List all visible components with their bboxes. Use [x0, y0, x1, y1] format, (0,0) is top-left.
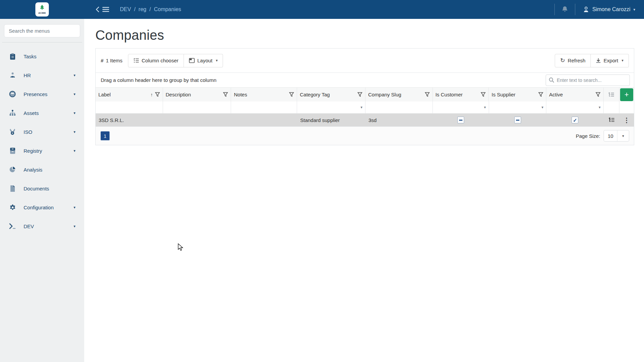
chevron-down-icon: ▾ — [73, 149, 75, 153]
sidebar-item-registry[interactable]: Registry ▾ — [0, 141, 84, 160]
hash-icon: # — [101, 58, 103, 63]
page-title: Companies — [95, 28, 644, 43]
table-row[interactable]: 3SD S.R.L. Standard supplier 3sd ✓ — [96, 114, 634, 126]
indeterminate-mark — [459, 120, 462, 121]
breadcrumb-link-dev[interactable]: DEV — [120, 6, 131, 12]
column-header-is-supplier[interactable]: Is Supplier — [489, 87, 546, 101]
add-row-button[interactable]: + — [620, 88, 633, 101]
filter-icon[interactable] — [223, 92, 228, 97]
sidebar-item-hr[interactable]: HR ▾ — [0, 66, 84, 85]
column-header-description[interactable]: Description — [163, 87, 231, 101]
filter-cell-category-tag[interactable]: ▾ — [297, 101, 365, 114]
column-header-category-tag[interactable]: Category Tag — [297, 87, 365, 101]
sidebar-item-dev[interactable]: DEV ▾ — [0, 217, 84, 236]
refresh-label: Refresh — [568, 58, 586, 63]
filter-icon[interactable] — [289, 92, 294, 97]
filter-icon[interactable] — [357, 92, 362, 97]
sidebar-item-label: Assets — [24, 110, 39, 116]
grid-header-row: Label ↑ Description Notes Category Tag — [96, 87, 634, 101]
chevron-down-icon: ▾ — [73, 92, 75, 96]
cell-category-tag: Standard supplier — [297, 114, 365, 126]
users-icon — [9, 71, 16, 79]
column-header-hierarchy — [604, 87, 619, 101]
layout-label: Layout — [197, 58, 213, 63]
hierarchy-icon[interactable] — [609, 117, 615, 123]
filter-cell-label[interactable] — [96, 101, 163, 114]
column-header-label[interactable]: Label ↑ — [96, 87, 163, 101]
breadcrumb-link-companies[interactable]: Companies — [154, 6, 181, 12]
sidebar-item-label: ISO — [24, 129, 32, 135]
active-checkbox-checked[interactable]: ✓ — [572, 117, 578, 123]
column-header-active[interactable]: Active — [546, 87, 604, 101]
gear-icon — [9, 204, 16, 211]
export-button[interactable]: Export ▾ — [591, 54, 629, 67]
is-customer-checkbox-indeterminate[interactable] — [457, 117, 464, 123]
filter-icon[interactable] — [425, 92, 430, 97]
cell-description — [163, 114, 231, 126]
grid-search-input[interactable] — [546, 74, 630, 86]
cell-is-customer — [433, 114, 489, 126]
logo-text: ACME — [38, 12, 46, 14]
chevron-down-icon: ▾ — [216, 58, 218, 63]
filter-icon[interactable] — [538, 92, 543, 97]
page-1-button[interactable]: 1 — [100, 131, 110, 141]
sidebar-item-label: Configuration — [24, 205, 54, 210]
grid-toolbar: # 1 Items Column chooser Layout ▾ — [96, 49, 634, 72]
main-content: Companies # 1 Items Column chooser Layou… — [84, 19, 644, 362]
archive-icon — [9, 147, 16, 154]
sidebar-item-documents[interactable]: Documents — [0, 179, 84, 198]
filter-cell-empty — [604, 101, 619, 114]
layout-button[interactable]: Layout ▾ — [184, 54, 223, 67]
is-supplier-checkbox-indeterminate[interactable] — [514, 117, 521, 123]
breadcrumb-link-reg[interactable]: reg — [138, 6, 146, 12]
search-icon — [549, 77, 554, 83]
sidebar-item-iso[interactable]: ISO ▾ — [0, 122, 84, 141]
cell-active: ✓ — [546, 114, 604, 126]
filter-cell-description[interactable] — [163, 101, 231, 114]
checklist-icon — [133, 58, 139, 63]
sidebar-item-tasks[interactable]: Tasks — [0, 47, 84, 66]
chevron-down-icon[interactable]: ▾ — [542, 105, 544, 110]
chevron-down-icon[interactable]: ▾ — [360, 105, 362, 110]
notifications-button[interactable] — [555, 0, 575, 19]
grid-pager: 1 Page Size: 10 ▾ — [96, 126, 634, 145]
user-menu[interactable]: Simone Carozzi ▾ — [575, 0, 644, 19]
page-size-select[interactable]: 10 ▾ — [604, 130, 629, 142]
chevron-down-icon: ▾ — [621, 58, 623, 63]
document-icon — [9, 185, 16, 192]
menu-search-input[interactable] — [4, 24, 80, 37]
column-chooser-label: Column chooser — [142, 58, 179, 63]
filter-icon[interactable] — [155, 92, 160, 97]
column-header-notes[interactable]: Notes — [231, 87, 297, 101]
chevron-down-icon[interactable]: ▾ — [599, 105, 601, 110]
sidebar-item-label: DEV — [24, 223, 34, 229]
filter-cell-active[interactable]: ▾ — [546, 101, 604, 114]
filter-cell-company-slug[interactable] — [365, 101, 433, 114]
sidebar-item-label: Documents — [24, 186, 49, 191]
filter-icon[interactable] — [595, 92, 601, 97]
filter-cell-notes[interactable] — [231, 101, 297, 114]
kebab-menu-icon[interactable]: ⋮ — [623, 116, 630, 124]
sidebar-item-analysis[interactable]: Analysis — [0, 160, 84, 179]
chevron-down-icon: ▾ — [73, 111, 75, 115]
column-chooser-button[interactable]: Column chooser — [128, 54, 184, 67]
medal-icon — [9, 128, 16, 135]
sidebar-item-assets[interactable]: Assets ▾ — [0, 103, 84, 122]
sidebar-collapse-toggle[interactable] — [95, 6, 109, 12]
layout-icon — [189, 58, 195, 63]
filter-cell-is-customer[interactable]: ▾ — [433, 101, 489, 114]
refresh-button[interactable]: ↻ Refresh — [555, 54, 591, 67]
chevron-down-icon: ▾ — [633, 7, 635, 12]
cell-row-menu: ⋮ — [619, 114, 634, 126]
column-header-is-customer[interactable]: Is Customer — [433, 87, 489, 101]
sidebar-item-presences[interactable]: Presences ▾ — [0, 85, 84, 103]
filter-cell-is-supplier[interactable]: ▾ — [489, 101, 547, 114]
column-header-company-slug[interactable]: Company Slug — [365, 87, 433, 101]
sidebar-item-configuration[interactable]: Configuration ▾ — [0, 198, 84, 217]
filter-icon[interactable] — [481, 92, 486, 97]
app-logo[interactable]: ACME — [35, 2, 49, 17]
items-count: # 1 Items — [101, 58, 123, 63]
user-name: Simone Carozzi — [592, 6, 631, 12]
presence-circle-icon — [9, 90, 16, 98]
chevron-down-icon[interactable]: ▾ — [484, 105, 486, 110]
